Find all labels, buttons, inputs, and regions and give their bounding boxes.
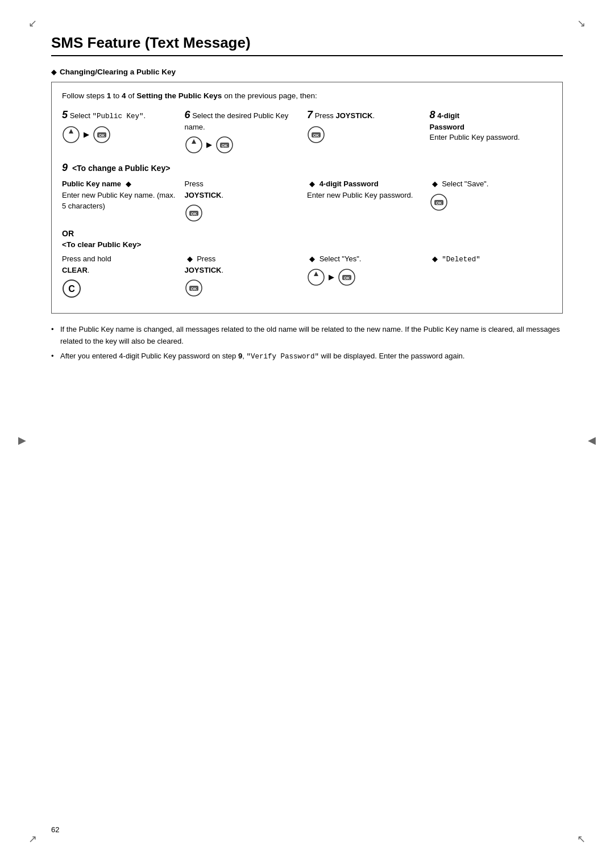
svg-marker-1 (69, 129, 73, 133)
clear-col3-text: Select "Yes". (320, 254, 362, 263)
step-5-icons: ▶ OK (62, 126, 180, 144)
corner-decoration-tl: ↙ (28, 17, 37, 30)
clear-c-icon: C (62, 279, 81, 298)
corner-decoration-bl: ↗ (28, 833, 37, 845)
ck-arrow3: ◆ (432, 180, 438, 188)
svg-marker-6 (192, 139, 196, 144)
clear-key-row: Press and holdCLEAR. C ◆ PressJOYSTICK. … (62, 253, 552, 302)
arrow-6: ▶ (206, 140, 212, 150)
clear-col4: ◆ "Deleted" (430, 253, 553, 265)
side-decoration-right: ◀ (588, 434, 596, 446)
section-header: Changing/Clearing a Public Key (51, 68, 563, 76)
clear-arrow1: ◆ (187, 254, 193, 263)
svg-text:OK: OK (313, 133, 320, 137)
change-key-section: 9 <To change a Public Key> Public Key na… (62, 162, 552, 222)
joystick-up-icon-6 (185, 136, 203, 154)
steps-row-main: 5 Select "Public Key". ▶ OK 6 Sele (62, 108, 552, 154)
note-1: If the Public Key name is changed, all m… (51, 324, 563, 348)
step-5-text: Select "Public Key". (70, 111, 146, 120)
ck-save-joystick-icon: OK (430, 193, 448, 211)
step-8-number: 8 (430, 109, 435, 120)
ck-arrow1: ◆ (126, 180, 131, 188)
ck-col2-joystick: JOYSTICK (185, 191, 222, 199)
page-title: SMS Feature (Text Message) (51, 34, 563, 56)
ck-arrow2: ◆ (309, 180, 315, 188)
joystick-ok-icon-6: OK (215, 136, 234, 154)
step-5: 5 Select "Public Key". ▶ OK (62, 108, 185, 144)
clear-col2-icons: OK (185, 279, 303, 297)
corner-decoration-br: ↖ (577, 833, 586, 845)
clear-joystick-ok-icon: OK (185, 279, 203, 297)
ck-joystick-ok-icon: OK (185, 204, 203, 222)
clear-col1: Press and holdCLEAR. C (62, 253, 185, 302)
step-6: 6 Select the desired Public Key name. ▶ … (185, 108, 308, 154)
clear-arrow2: ◆ (309, 254, 315, 263)
ck-col2-press: Press (185, 180, 204, 188)
clear-col4-text: "Deleted" (442, 256, 480, 264)
page-number: 62 (51, 825, 59, 834)
change-key-title: 9 <To change a Public Key> (62, 162, 552, 174)
joystick-ok-icon-7: OK (307, 126, 325, 144)
step-5-number: 5 (62, 109, 68, 120)
or-divider: OR (62, 229, 552, 238)
step-7-number: 7 (307, 109, 313, 120)
svg-text:OK: OK (435, 201, 442, 205)
ck-col3-text: Enter new Public Key password. (307, 191, 413, 199)
ck-col2: Press JOYSTICK. OK (185, 178, 308, 222)
section-title: Changing/Clearing a Public Key (60, 68, 176, 76)
ck-col3-title: 4-digit Password (320, 180, 379, 188)
change-key-row: Public Key name ◆ Enter new Public Key n… (62, 178, 552, 222)
svg-text:OK: OK (221, 144, 227, 148)
clear-key-title: <To clear Public Key> (62, 240, 552, 249)
step-6-number: 6 (185, 109, 190, 120)
svg-text:C: C (68, 284, 75, 294)
ck-col3: ◆ 4-digit Password Enter new Public Key … (307, 178, 430, 201)
svg-text:OK: OK (190, 287, 197, 291)
step-6-text: Select the desired Public Key name. (185, 111, 289, 131)
step-7-text: Press JOYSTICK. (315, 111, 375, 120)
clear-col3-arrow: ▶ (329, 272, 334, 283)
svg-text:OK: OK (99, 133, 105, 137)
joystick-up-icon-5 (62, 126, 80, 144)
clear-joystick-up-icon (307, 268, 325, 286)
ck-col1-title: Public Key name (62, 180, 121, 188)
arrow-5: ▶ (84, 130, 89, 140)
ck-col1: Public Key name ◆ Enter new Public Key n… (62, 178, 185, 212)
corner-decoration-tr: ↘ (577, 17, 586, 30)
ck-col4-text: Select "Save". (442, 180, 488, 188)
step-8-sublabel: Enter Public Key password. (430, 133, 520, 141)
clear-col2: ◆ PressJOYSTICK. OK (185, 253, 308, 297)
clear-joystick-ok-icon-3: OK (338, 268, 356, 286)
intro-text: Follow steps 1 to 4 of Setting the Publi… (62, 91, 552, 100)
joystick-ok-icon-5: OK (93, 126, 111, 144)
step-6-icons: ▶ OK (185, 136, 303, 154)
step-7-icons: OK (307, 126, 425, 144)
svg-text:OK: OK (344, 276, 350, 280)
ck-col4-icons: OK (430, 193, 548, 211)
notes-list: If the Public Key name is changed, all m… (51, 324, 563, 363)
step-7: 7 Press JOYSTICK. OK (307, 108, 430, 144)
side-decoration-left: ▶ (18, 434, 26, 446)
ck-col4: ◆ Select "Save". OK (430, 178, 553, 211)
ck-col1-text: Enter new Public Key name. (max. 5 chara… (62, 191, 175, 211)
clear-c-icon-wrap: C (62, 279, 180, 302)
svg-text:OK: OK (190, 212, 197, 216)
clear-col3-icons: ▶ OK (307, 268, 425, 286)
clear-col1-text: Press and holdCLEAR. (62, 254, 111, 274)
instruction-box: Follow steps 1 to 4 of Setting the Publi… (51, 82, 563, 314)
clear-arrow3: ◆ (432, 254, 438, 263)
svg-marker-25 (314, 272, 318, 276)
step-8: 8 4-digitPassword Enter Public Key passw… (430, 108, 553, 143)
clear-col3: ◆ Select "Yes". ▶ OK (307, 253, 430, 286)
ck-col2-icons: OK (185, 204, 303, 222)
note-2: After you entered 4-digit Public Key pas… (51, 350, 563, 362)
